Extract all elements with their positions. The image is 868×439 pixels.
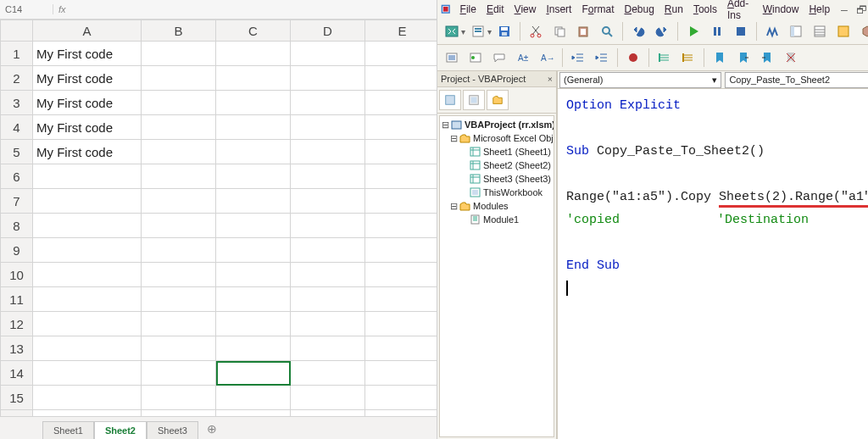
quick-info-button[interactable] [488, 47, 510, 69]
object-browser-button[interactable] [832, 20, 854, 42]
cell-A1[interactable]: My First code [33, 42, 142, 66]
cell-B5[interactable] [142, 140, 216, 164]
cell-E9[interactable] [365, 238, 437, 263]
copy-button[interactable] [548, 20, 570, 42]
row-header[interactable]: 16 [1, 410, 33, 417]
minimize-button[interactable]: – [837, 3, 851, 16]
tree-thisworkbook[interactable]: ThisWorkbook [482, 186, 543, 199]
cell-C3[interactable] [216, 91, 291, 115]
row-header[interactable]: 14 [1, 361, 33, 386]
cell-E13[interactable] [365, 336, 437, 361]
cell-C14[interactable] [216, 361, 291, 386]
row-header[interactable]: 11 [1, 287, 33, 312]
procedure-dropdown[interactable]: Copy_Paste_To_Sheet2▾ [725, 72, 868, 88]
cell-E12[interactable] [365, 312, 437, 336]
cell-C15[interactable] [216, 386, 291, 410]
cell-E6[interactable] [365, 164, 437, 189]
design-mode-button[interactable] [761, 20, 783, 42]
row-header[interactable]: 1 [1, 42, 33, 66]
undo-button[interactable] [627, 20, 649, 42]
cell-D7[interactable] [291, 189, 365, 214]
cell-C13[interactable] [216, 336, 291, 361]
cell-A2[interactable]: My First code [33, 66, 142, 91]
sheet-tab-sheet3[interactable]: Sheet3 [147, 421, 198, 439]
cell-C5[interactable] [216, 140, 291, 164]
redo-button[interactable] [651, 20, 673, 42]
cell-C16[interactable] [216, 410, 291, 417]
tree-excel-objects[interactable]: Microsoft Excel Objects [472, 131, 554, 145]
cell-A8[interactable] [33, 214, 142, 238]
cell-D6[interactable] [291, 164, 365, 189]
cell-C2[interactable] [216, 66, 291, 91]
cell-D16[interactable] [291, 410, 365, 417]
prev-bookmark-button[interactable] [756, 47, 778, 69]
complete-word-button[interactable]: A→ [536, 47, 558, 69]
cell-E11[interactable] [365, 287, 437, 312]
clear-bookmarks-button[interactable] [780, 47, 802, 69]
row-header[interactable]: 10 [1, 263, 33, 287]
cell-D2[interactable] [291, 66, 365, 91]
cell-D8[interactable] [291, 214, 365, 238]
cell-A14[interactable] [33, 361, 142, 386]
cut-button[interactable] [525, 20, 547, 42]
breakpoint-button[interactable] [622, 47, 644, 69]
project-tree[interactable]: ⊟VBAProject (rr.xlsm) ⊟Microsoft Excel O… [439, 115, 554, 437]
cell-B11[interactable] [142, 287, 216, 312]
view-excel-button[interactable] [441, 20, 463, 42]
col-header-c[interactable]: C [216, 20, 291, 42]
cell-C9[interactable] [216, 238, 291, 263]
cell-D12[interactable] [291, 312, 365, 336]
cell-B10[interactable] [142, 263, 216, 287]
menu-format[interactable]: Format [577, 2, 618, 17]
cell-B8[interactable] [142, 214, 216, 238]
cell-E1[interactable] [365, 42, 437, 66]
cell-A4[interactable]: My First code [33, 115, 142, 140]
name-box[interactable]: C14 [0, 4, 53, 14]
menu-file[interactable]: File [456, 2, 481, 17]
cell-A10[interactable] [33, 263, 142, 287]
row-header[interactable]: 8 [1, 214, 33, 238]
cell-D10[interactable] [291, 263, 365, 287]
next-bookmark-button[interactable] [732, 47, 754, 69]
cell-D1[interactable] [291, 42, 365, 66]
list-properties-button[interactable] [441, 47, 463, 69]
row-header[interactable]: 5 [1, 140, 33, 164]
col-header-e[interactable]: E [365, 20, 437, 42]
row-header[interactable]: 2 [1, 66, 33, 91]
sheet-tab-sheet1[interactable]: Sheet1 [42, 421, 94, 439]
tree-sheet1[interactable]: Sheet1 (Sheet1) [482, 145, 552, 158]
view-code-button[interactable] [439, 90, 461, 110]
indent-button[interactable] [591, 47, 613, 69]
corner-cell[interactable] [1, 20, 33, 42]
dropdown-icon[interactable]: ▾ [461, 27, 465, 36]
row-header[interactable]: 7 [1, 189, 33, 214]
row-header[interactable]: 3 [1, 91, 33, 115]
cell-E14[interactable] [365, 361, 437, 386]
cell-B16[interactable] [142, 410, 216, 417]
row-header[interactable]: 9 [1, 238, 33, 263]
tree-vbaproject[interactable]: VBAProject (rr.xlsm) [464, 118, 554, 131]
cell-E2[interactable] [365, 66, 437, 91]
run-button[interactable] [682, 20, 704, 42]
cell-D4[interactable] [291, 115, 365, 140]
comment-button[interactable] [654, 47, 676, 69]
menu-tools[interactable]: Tools [689, 2, 721, 17]
cell-E7[interactable] [365, 189, 437, 214]
menu-help[interactable]: Help [804, 2, 834, 17]
tree-modules[interactable]: Modules [472, 199, 509, 213]
cell-B15[interactable] [142, 386, 216, 410]
cell-A7[interactable] [33, 189, 142, 214]
cell-A13[interactable] [33, 336, 142, 361]
toolbox-button[interactable] [856, 20, 868, 42]
cell-D3[interactable] [291, 91, 365, 115]
sheet-tab-sheet2[interactable]: Sheet2 [94, 421, 147, 439]
cell-A6[interactable] [33, 164, 142, 189]
tree-sheet2[interactable]: Sheet2 (Sheet2) [482, 158, 552, 172]
cell-C1[interactable] [216, 42, 291, 66]
cell-A11[interactable] [33, 287, 142, 312]
tree-sheet3[interactable]: Sheet3 (Sheet3) [482, 172, 552, 186]
restore-button[interactable]: 🗗 [853, 3, 868, 16]
cell-B6[interactable] [142, 164, 216, 189]
reset-button[interactable] [730, 20, 752, 42]
col-header-b[interactable]: B [142, 20, 216, 42]
